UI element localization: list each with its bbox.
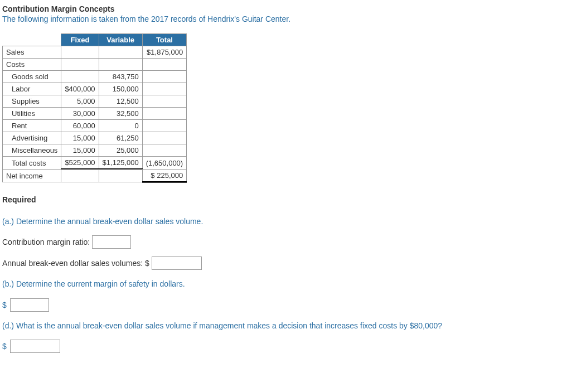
cell-label: Goods sold [3, 71, 61, 83]
required-heading: Required [2, 195, 565, 204]
cell-variable: 32,500 [99, 108, 142, 120]
cell-fixed [61, 71, 99, 83]
cell-label: Total costs [3, 157, 61, 170]
row-miscellaneous: Miscellaneous 15,000 25,000 [3, 144, 187, 157]
cm-ratio-input[interactable] [92, 235, 131, 249]
question-b-prompt: (b.) Determine the current margin of saf… [2, 278, 565, 290]
table-header-row: Fixed Variable Total [3, 34, 187, 46]
row-utilities: Utilities 30,000 32,500 [3, 108, 187, 120]
cell-total [142, 132, 187, 144]
cell-variable [99, 59, 142, 71]
question-b-answer: $ [2, 298, 565, 312]
margin-safety-input[interactable] [10, 298, 49, 312]
row-net-income: Net income $ 225,000 [3, 170, 187, 182]
cell-total [142, 95, 187, 108]
cell-label: Labor [3, 83, 61, 95]
row-total-costs: Total costs $525,000 $1,125,000 (1,650,0… [3, 157, 187, 170]
breakeven-input[interactable] [152, 257, 202, 270]
row-goods-sold: Goods sold 843,750 [3, 71, 187, 83]
cell-fixed [61, 170, 99, 182]
cm-ratio-label: Contribution margin ratio: [2, 238, 90, 246]
dollar-sign: $ [2, 342, 7, 351]
cell-fixed: 15,000 [61, 132, 99, 144]
cell-total [142, 71, 187, 83]
row-supplies: Supplies 5,000 12,500 [3, 95, 187, 108]
cell-label: Miscellaneous [3, 144, 61, 157]
cell-total [142, 108, 187, 120]
breakeven-new-input[interactable] [10, 340, 60, 353]
question-a-breakeven: Annual break-even dollar sales volumes: … [2, 257, 565, 270]
row-advertising: Advertising 15,000 61,250 [3, 132, 187, 144]
cell-total: $1,875,000 [142, 46, 187, 59]
cell-variable: $1,125,000 [99, 157, 142, 170]
row-sales: Sales $1,875,000 [3, 46, 187, 59]
cell-fixed: $400,000 [61, 83, 99, 95]
cell-label: Advertising [3, 132, 61, 144]
cell-label: Rent [3, 120, 61, 132]
row-labor: Labor $400,000 150,000 [3, 83, 187, 95]
cell-label: Supplies [3, 95, 61, 108]
cell-variable: 0 [99, 120, 142, 132]
cell-variable [99, 46, 142, 59]
header-total: Total [142, 34, 187, 46]
row-costs: Costs [3, 59, 187, 71]
cell-total [142, 120, 187, 132]
cell-variable: 61,250 [99, 132, 142, 144]
header-empty [3, 34, 61, 46]
question-a-cm-ratio: Contribution margin ratio: [2, 235, 565, 249]
cell-label: Utilities [3, 108, 61, 120]
cell-total [142, 83, 187, 95]
cell-fixed: $525,000 [61, 157, 99, 170]
cell-label: Sales [3, 46, 61, 59]
cell-total: (1,650,000) [142, 157, 187, 170]
cell-label: Net income [3, 170, 61, 182]
cell-variable: 25,000 [99, 144, 142, 157]
cell-fixed: 5,000 [61, 95, 99, 108]
cell-fixed: 60,000 [61, 120, 99, 132]
cell-variable: 843,750 [99, 71, 142, 83]
cell-variable [99, 170, 142, 182]
cell-total [142, 144, 187, 157]
cell-variable: 150,000 [99, 83, 142, 95]
question-d-prompt: (d.) What is the annual break-even dolla… [2, 320, 565, 332]
page-title: Contribution Margin Concepts [2, 4, 565, 13]
cell-variable: 12,500 [99, 95, 142, 108]
question-a-prompt: (a.) Determine the annual break-even dol… [2, 215, 565, 228]
cell-fixed [61, 59, 99, 71]
cell-fixed: 30,000 [61, 108, 99, 120]
header-fixed: Fixed [61, 34, 99, 46]
row-rent: Rent 60,000 0 [3, 120, 187, 132]
intro-text: The following information is taken from … [2, 14, 565, 23]
header-variable: Variable [99, 34, 142, 46]
breakeven-label: Annual break-even dollar sales volumes: … [2, 259, 149, 268]
cell-fixed [61, 46, 99, 59]
cell-fixed: 15,000 [61, 144, 99, 157]
question-d-answer: $ [2, 340, 565, 353]
data-table: Fixed Variable Total Sales $1,875,000 Co… [2, 33, 187, 183]
dollar-sign: $ [2, 301, 7, 309]
cell-total [142, 59, 187, 71]
cell-label: Costs [3, 59, 61, 71]
cell-total: $ 225,000 [142, 170, 187, 182]
